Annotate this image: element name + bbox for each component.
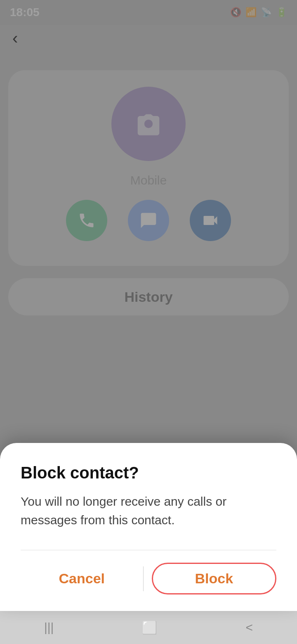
block-button[interactable]: Block: [152, 563, 277, 594]
back-button[interactable]: ‹: [12, 29, 18, 47]
dialog-actions: Cancel Block: [21, 550, 276, 594]
dialog-title: Block contact?: [21, 464, 276, 482]
cancel-button[interactable]: Cancel: [21, 564, 143, 593]
action-divider: [143, 566, 144, 591]
block-contact-dialog: Block contact? You will no longer receiv…: [0, 443, 297, 611]
nav-bar: ||| ⬜ <: [0, 611, 297, 644]
nav-menu-button[interactable]: |||: [44, 620, 54, 635]
dialog-body: You will no longer receive any calls or …: [21, 492, 276, 529]
dialog-overlay: Block contact? You will no longer receiv…: [0, 443, 297, 611]
nav-home-button[interactable]: ⬜: [142, 620, 157, 635]
nav-back-button[interactable]: <: [245, 620, 253, 635]
